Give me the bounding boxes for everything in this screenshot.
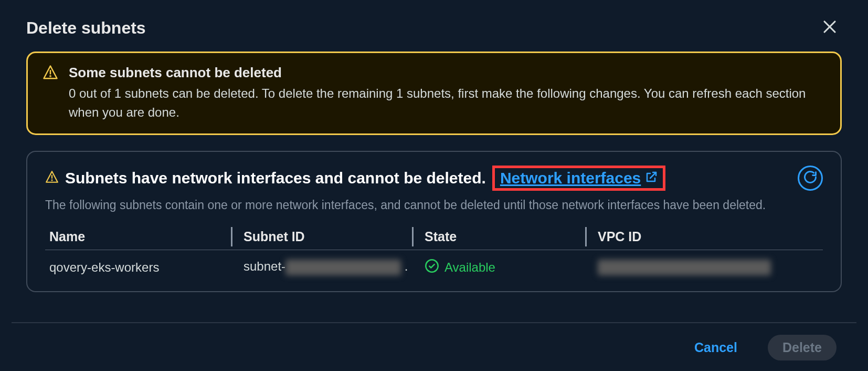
table-row[interactable]: qovery-eks-workers subnet- . Available <box>45 250 823 287</box>
alert-title: Some subnets cannot be deleted <box>69 65 825 81</box>
refresh-icon <box>803 170 818 187</box>
svg-point-5 <box>51 180 52 180</box>
network-interfaces-link[interactable]: Network interfaces <box>500 169 641 187</box>
state-text: Available <box>444 260 495 275</box>
check-circle-icon <box>425 259 439 276</box>
col-header-subnet-id[interactable]: Subnet ID <box>239 224 420 250</box>
col-header-name[interactable]: Name <box>45 224 239 250</box>
delete-button[interactable]: Delete <box>768 335 837 360</box>
cell-vpc-id <box>594 250 823 287</box>
section-description: The following subnets contain one or mor… <box>45 196 823 214</box>
delete-subnets-dialog: Delete subnets Some subnets cannot be de… <box>12 9 856 366</box>
cancel-button[interactable]: Cancel <box>680 335 752 360</box>
cell-state: Available <box>420 250 594 287</box>
cell-subnet-id: subnet- . <box>239 250 420 287</box>
refresh-button[interactable] <box>798 166 823 191</box>
network-interfaces-section: Subnets have network interfaces and cann… <box>26 151 842 292</box>
warning-icon <box>45 170 59 186</box>
dialog-title: Delete subnets <box>26 18 146 38</box>
col-header-vpc-id[interactable]: VPC ID <box>594 224 823 250</box>
redacted-subnet-id <box>285 260 401 275</box>
col-header-state[interactable]: State <box>420 224 594 250</box>
close-button[interactable] <box>818 15 842 41</box>
subnets-table: Name Subnet ID State VPC ID qovery-eks-w… <box>45 224 823 287</box>
svg-point-3 <box>50 76 50 76</box>
dialog-header: Delete subnets <box>12 9 856 51</box>
warning-alert: Some subnets cannot be deleted 0 out of … <box>26 51 842 135</box>
alert-text: 0 out of 1 subnets can be deleted. To de… <box>69 84 825 122</box>
redacted-vpc-id <box>598 260 771 275</box>
close-icon <box>822 27 838 36</box>
dialog-footer: Cancel Delete <box>12 322 856 366</box>
cell-name: qovery-eks-workers <box>45 250 239 287</box>
network-interfaces-link-highlight: Network interfaces <box>492 166 665 191</box>
external-link-icon <box>645 171 658 186</box>
subnet-id-prefix: subnet- <box>244 259 285 273</box>
warning-icon <box>43 65 58 122</box>
section-title: Subnets have network interfaces and cann… <box>65 169 486 187</box>
